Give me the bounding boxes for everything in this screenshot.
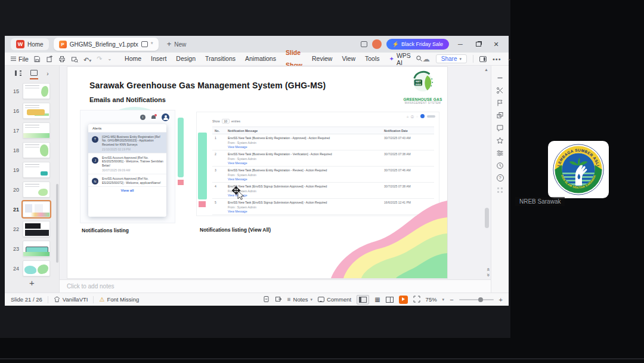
notes-bar[interactable]: Click to add notes: [60, 279, 491, 293]
add-slide-button[interactable]: +: [29, 278, 35, 288]
workspace-preview-icon[interactable]: [361, 41, 367, 47]
collapse-ribbon-button[interactable]: ⌄: [507, 56, 512, 61]
print-preview-button[interactable]: [71, 56, 78, 63]
slide-number: 19: [10, 167, 19, 173]
export-slide-icon[interactable]: [275, 296, 282, 304]
menu-bar: File ↶▾ ↷ ⌄ Home Insert Design Transitio…: [5, 53, 509, 66]
apps-grid-icon[interactable]: [496, 186, 504, 194]
menu-home[interactable]: Home: [120, 53, 146, 65]
zoom-slider[interactable]: [459, 299, 494, 300]
cut-tools-icon[interactable]: [496, 87, 504, 94]
more-options-button[interactable]: •••: [493, 56, 501, 63]
slideshow-play-button[interactable]: [399, 296, 408, 304]
canvas-scroll-up-button[interactable]: ▲: [484, 67, 488, 72]
customize-toolbar-chevron[interactable]: ⌄: [107, 56, 112, 61]
slide-thumbnail-22[interactable]: 22: [5, 219, 59, 239]
alert-text: [GHG-MS] Business Entity Registration [R…: [102, 135, 163, 146]
ghgms-logo: NET 2050 GREENHOUSE GAS MANAGEMENT SYSTE…: [402, 70, 443, 104]
task-pane-toggle-icon[interactable]: [479, 56, 487, 62]
history-clock-icon[interactable]: [496, 162, 504, 170]
menu-transitions[interactable]: Transitions: [200, 53, 240, 65]
slide-thumbnail-18[interactable]: 18: [5, 140, 59, 160]
zoom-dropdown-icon[interactable]: ▾: [442, 297, 445, 302]
save-button[interactable]: [33, 56, 41, 63]
minimize-button[interactable]: ─: [454, 41, 467, 48]
teal-strip-decoration: [178, 118, 184, 177]
restore-icon: [476, 42, 481, 47]
tab-home[interactable]: W Home: [11, 38, 49, 50]
next-slide-button[interactable]: »: [486, 273, 490, 276]
slide-thumbnail-15[interactable]: 15: [5, 81, 59, 101]
row-from: From : System Admin: [228, 157, 384, 161]
alert-avatar: T: [92, 136, 98, 143]
help-icon[interactable]: ?: [497, 174, 504, 182]
file-menu-button[interactable]: File: [11, 56, 29, 63]
slide-thumbnail-24[interactable]: 24: [5, 259, 59, 278]
export-button[interactable]: [46, 56, 53, 63]
thumbnail-image: [23, 162, 50, 178]
slide-thumbnail-20[interactable]: 20: [5, 180, 59, 199]
wps-ai-button[interactable]: ✦ WPS AI: [385, 52, 416, 66]
logo-tagline-text: MANAGEMENT SYSTEM: [402, 101, 443, 104]
slide-thumbnail-21-selected[interactable]: 21: [5, 199, 59, 219]
slide-page[interactable]: Sarawak Greenhouse Gas Management System…: [67, 67, 447, 278]
normal-view-button-active[interactable]: [357, 295, 369, 304]
expand-panel-button[interactable]: ›: [46, 69, 49, 78]
row-from: From : System Admin: [228, 173, 384, 177]
thumbnail-scrollbar[interactable]: [56, 184, 58, 263]
print-button[interactable]: [58, 56, 66, 63]
alerts-appbar-icons: i: [140, 113, 169, 121]
theme-flag-icon[interactable]: [496, 99, 504, 107]
close-button[interactable]: ✕: [490, 41, 503, 48]
pink-block-decoration: [178, 180, 184, 185]
thumbnail-image: [23, 201, 50, 217]
table-row: 1 EnviSS New Task [Business Entity Regis…: [212, 134, 434, 150]
share-button[interactable]: Share ▾: [436, 54, 467, 63]
menu-animations[interactable]: Animations: [240, 53, 281, 65]
menu-view[interactable]: View: [337, 53, 360, 65]
redo-button[interactable]: ↷: [97, 55, 102, 63]
thumbnail-image: [23, 241, 50, 257]
view-message-link: View Message: [228, 177, 384, 181]
slide-thumbnail-23[interactable]: 23: [5, 239, 59, 259]
slide-thumbnail-17[interactable]: 17: [5, 121, 59, 140]
hide-panel-button[interactable]: [496, 74, 504, 82]
row-message: EnviSS New Task [Business Entity Registr…: [228, 136, 330, 140]
menu-review[interactable]: Review: [307, 53, 337, 65]
theme-button[interactable]: VanillaVTI: [54, 296, 88, 303]
menu-insert[interactable]: Insert: [146, 53, 171, 65]
shapes-icon[interactable]: [496, 112, 504, 119]
undo-button[interactable]: ↶▾: [83, 54, 91, 64]
font-missing-warning[interactable]: ⚠ Font Missing: [99, 296, 139, 303]
notes-toggle-button[interactable]: ≡ Notes ▾: [287, 296, 312, 303]
cloud-sync-icon[interactable]: ☁: [423, 55, 430, 63]
header-date: Notification Date: [384, 129, 434, 133]
slide-view-button[interactable]: [30, 69, 38, 78]
search-button[interactable]: [416, 54, 423, 64]
participant-video-tile[interactable]: LEMBAGA SUMBER ASLI DAN ALAM SEKITAR SAR…: [514, 136, 613, 207]
canvas-scrollbar-thumb[interactable]: [485, 208, 489, 228]
page-setup-icon[interactable]: [263, 296, 270, 304]
restore-button[interactable]: [472, 41, 485, 48]
slide-number: 16: [10, 108, 19, 114]
comment-pane-icon[interactable]: [496, 124, 504, 132]
menu-tools[interactable]: Tools: [360, 53, 385, 65]
previous-slide-button[interactable]: «: [486, 268, 490, 271]
fit-screen-icon[interactable]: [413, 296, 420, 304]
reading-view-button[interactable]: [386, 297, 394, 303]
zoom-in-button[interactable]: +: [499, 296, 503, 303]
zoom-level[interactable]: 75%: [426, 296, 437, 303]
alert-time: 21/10/2025 02:19 PM: [102, 147, 163, 151]
comment-button[interactable]: Comment: [318, 296, 351, 303]
menu-design[interactable]: Design: [171, 53, 200, 65]
slide-sorter-view-button[interactable]: ▦: [374, 297, 380, 303]
outline-view-button[interactable]: [14, 69, 22, 78]
home-tab-label: Home: [27, 41, 44, 48]
slide-thumbnail-16[interactable]: 16: [5, 101, 59, 121]
slide-thumbnail-19[interactable]: 19: [5, 160, 59, 180]
divider: [93, 296, 94, 303]
settings-sliders-icon[interactable]: [496, 149, 504, 157]
slide-canvas[interactable]: Sarawak Greenhouse Gas Management System…: [60, 66, 491, 279]
favorites-star-icon[interactable]: [496, 137, 504, 144]
zoom-out-button[interactable]: −: [450, 296, 453, 303]
